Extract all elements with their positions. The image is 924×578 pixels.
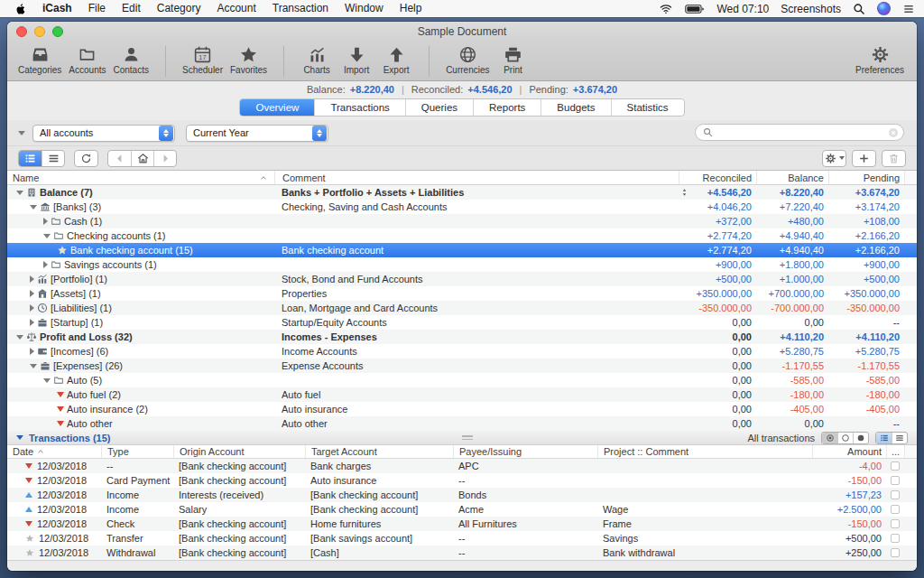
home-button[interactable] bbox=[131, 151, 153, 166]
categories-button[interactable]: Categories bbox=[14, 43, 65, 75]
menu-item-help[interactable]: Help bbox=[392, 2, 430, 14]
add-account-button[interactable] bbox=[852, 150, 876, 167]
disclosure-triangle[interactable] bbox=[16, 191, 23, 195]
contacts-button[interactable]: Contacts bbox=[110, 43, 152, 75]
reconcile-checkbox[interactable] bbox=[891, 476, 900, 485]
title-bar[interactable]: Sample Document bbox=[7, 22, 917, 42]
disclosure-triangle[interactable] bbox=[43, 261, 48, 268]
column-header-name[interactable]: Name bbox=[7, 171, 274, 184]
import-button[interactable]: Import bbox=[337, 43, 376, 75]
back-button[interactable] bbox=[108, 151, 131, 166]
apple-icon[interactable] bbox=[14, 3, 27, 15]
menu-item-category[interactable]: Category bbox=[149, 2, 209, 14]
account-row[interactable]: Auto insurance (2)Auto insurance0,00-405… bbox=[7, 402, 917, 416]
menu-item-icash[interactable]: iCash bbox=[34, 0, 80, 17]
all-state-filter-button[interactable] bbox=[822, 433, 837, 443]
column-header-type[interactable]: Type bbox=[101, 445, 173, 458]
currencies-button[interactable]: Currencies bbox=[442, 43, 493, 75]
reconciled-state-filter-button[interactable] bbox=[853, 433, 868, 443]
account-row[interactable]: Profit and Loss (32)Incomes - Expenses0,… bbox=[7, 330, 917, 344]
tab-overview[interactable]: Overview bbox=[240, 99, 314, 116]
account-row[interactable]: Checking accounts (1)+2.774,20+4.940,40+… bbox=[7, 228, 917, 243]
disclosure-triangle[interactable] bbox=[30, 348, 34, 355]
disclosure-triangle[interactable] bbox=[30, 304, 34, 312]
transaction-row[interactable]: 12/03/2018Transfer[Bank checking account… bbox=[7, 531, 917, 545]
tab-transactions[interactable]: Transactions bbox=[314, 99, 404, 116]
account-row[interactable]: Bank checking account (15)Bank checking … bbox=[7, 243, 917, 257]
transaction-row[interactable]: 12/03/2018Card Payment[Bank checking acc… bbox=[7, 473, 917, 488]
transaction-row[interactable]: 12/03/2018IncomeInterests (received)[Ban… bbox=[7, 488, 917, 502]
reconcile-checkbox[interactable] bbox=[891, 490, 900, 499]
account-row[interactable]: [Liabilities] (1)Loan, Mortgage and Card… bbox=[7, 301, 917, 315]
favorites-button[interactable]: Favorites bbox=[226, 43, 271, 75]
tab-budgets[interactable]: Budgets bbox=[541, 99, 610, 116]
export-button[interactable]: Export bbox=[376, 43, 416, 75]
reconcile-checkbox[interactable] bbox=[891, 519, 900, 528]
detailed-list-view-button[interactable] bbox=[19, 151, 42, 166]
scheduler-button[interactable]: 17Scheduler bbox=[179, 43, 226, 75]
disclosure-triangle[interactable] bbox=[30, 275, 34, 283]
search-input[interactable] bbox=[716, 127, 888, 138]
spotlight-search-icon[interactable] bbox=[853, 3, 865, 15]
clear-search-icon[interactable] bbox=[888, 127, 899, 138]
menu-item-file[interactable]: File bbox=[80, 2, 114, 14]
delete-account-button[interactable] bbox=[882, 150, 906, 167]
print-button[interactable]: Print bbox=[493, 43, 532, 75]
column-header-payee[interactable]: Payee/Issuing bbox=[453, 445, 597, 458]
detailed-transactions-view-button[interactable] bbox=[876, 433, 892, 443]
disclosure-triangle[interactable] bbox=[43, 234, 51, 238]
siri-icon[interactable] bbox=[877, 2, 891, 15]
disclosure-triangle[interactable] bbox=[30, 205, 37, 210]
transactions-disclosure-triangle[interactable] bbox=[16, 435, 23, 440]
account-row[interactable]: [Assets] (1)Properties+350.000,00+700.00… bbox=[7, 286, 917, 301]
account-row[interactable]: Auto fuel (2)Auto fuel0,00-180,00-180,00 bbox=[7, 387, 917, 402]
compact-transactions-view-button[interactable] bbox=[892, 433, 907, 443]
column-header-more[interactable]: ... bbox=[886, 445, 904, 458]
battery-icon[interactable] bbox=[685, 4, 705, 14]
actions-menu-button[interactable] bbox=[822, 150, 846, 167]
account-row[interactable]: [Incomes] (6)Income Accounts0,00+5.280,7… bbox=[7, 344, 917, 359]
charts-button[interactable]: Charts bbox=[297, 43, 337, 75]
account-row[interactable]: [Expenses] (26)Expense Accounts0,00-1.17… bbox=[7, 359, 917, 373]
refresh-button[interactable] bbox=[74, 150, 98, 167]
transaction-row[interactable]: 12/03/2018Withdrawal[Bank checking accou… bbox=[7, 545, 917, 560]
account-row[interactable]: Balance (7)Banks + Portfolio + Assets + … bbox=[7, 185, 917, 200]
transaction-row[interactable]: 12/03/2018--[Bank checking account]Bank … bbox=[7, 459, 917, 473]
column-header-date[interactable]: Date bbox=[7, 445, 101, 458]
column-header-balance[interactable]: Balance bbox=[756, 171, 828, 184]
disclosure-triangle[interactable] bbox=[43, 378, 51, 383]
column-header-amount[interactable]: Amount bbox=[812, 445, 886, 458]
compact-list-view-button[interactable] bbox=[42, 151, 64, 166]
pending-state-filter-button[interactable] bbox=[837, 433, 853, 443]
account-row[interactable]: [Startup] (1)Startup/Equity Accounts0,00… bbox=[7, 315, 917, 330]
account-row[interactable]: Savings accounts (1)+900,00+1.800,00+900… bbox=[7, 257, 917, 272]
account-row[interactable]: Auto otherAuto other0,000,00-- bbox=[7, 416, 917, 431]
column-header-pending[interactable]: Pending bbox=[828, 171, 904, 184]
disclosure-triangle[interactable] bbox=[30, 364, 37, 368]
reconcile-checkbox[interactable] bbox=[891, 505, 900, 514]
column-header-origin-account[interactable]: Origin Account bbox=[173, 445, 305, 458]
transaction-row[interactable]: 12/03/2018IncomeSalary[Bank checking acc… bbox=[7, 502, 917, 517]
splitter-grip[interactable] bbox=[462, 435, 473, 442]
tab-statistics[interactable]: Statistics bbox=[611, 99, 684, 116]
reconcile-checkbox[interactable] bbox=[891, 461, 900, 471]
account-row[interactable]: Auto (5)0,00-585,00-585,00 bbox=[7, 373, 917, 387]
menu-item-edit[interactable]: Edit bbox=[114, 2, 149, 14]
column-header-reconciled[interactable]: Reconciled bbox=[679, 171, 756, 184]
disclosure-triangle[interactable] bbox=[30, 319, 34, 326]
tab-queries[interactable]: Queries bbox=[405, 99, 473, 116]
tab-reports[interactable]: Reports bbox=[473, 99, 541, 116]
reconcile-checkbox[interactable] bbox=[891, 548, 900, 557]
menu-item-window[interactable]: Window bbox=[337, 2, 392, 14]
period-filter-dropdown[interactable]: Current Year bbox=[186, 125, 328, 142]
notification-center-icon[interactable] bbox=[902, 3, 915, 15]
filters-disclosure-triangle[interactable] bbox=[18, 131, 25, 135]
disclosure-triangle[interactable] bbox=[43, 218, 48, 225]
wifi-icon[interactable] bbox=[659, 3, 673, 14]
search-field[interactable] bbox=[695, 124, 904, 141]
menu-clock[interactable]: Wed 07:10 bbox=[716, 3, 769, 15]
menu-status-app[interactable]: Screenshots bbox=[781, 3, 841, 15]
account-row[interactable]: [Portfolio] (1)Stock, Bond and Fund Acco… bbox=[7, 272, 917, 286]
preferences-button[interactable]: Preferences bbox=[852, 43, 908, 75]
accounts-button[interactable]: Accounts bbox=[65, 43, 109, 75]
